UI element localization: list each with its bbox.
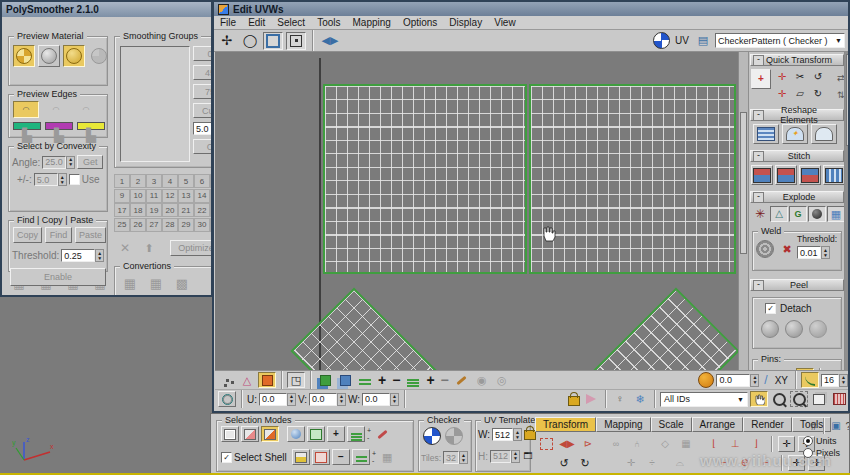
pan-tool-icon[interactable]: [750, 391, 768, 407]
straighten-icon[interactable]: [811, 124, 837, 144]
align-center-h-icon[interactable]: [726, 436, 744, 452]
preview-edges-soft-button[interactable]: [73, 101, 99, 118]
smoothing-group-number-button[interactable]: 5: [178, 174, 194, 188]
relax-by-face-icon[interactable]: [753, 124, 779, 144]
w-arrows[interactable]: ▲▼: [390, 393, 399, 406]
select-by-smoothing-icon[interactable]: [292, 449, 310, 465]
smoothing-group-number-button[interactable]: 22: [194, 203, 210, 217]
smoothing-group-number-button[interactable]: 17: [114, 203, 130, 217]
preview-edges-hard-button[interactable]: [43, 101, 69, 118]
weld-vertices-icon[interactable]: [607, 436, 625, 452]
preview-pie-material-button[interactable]: [88, 45, 110, 67]
subtract-from-selection-icon[interactable]: [332, 449, 350, 465]
shrink-loop-icon[interactable]: [352, 449, 370, 465]
select-concave-icon[interactable]: [79, 125, 103, 145]
stitch-to-target-icon[interactable]: [775, 165, 797, 185]
tab-mapping[interactable]: Mapping: [596, 417, 650, 432]
break-vertices-icon[interactable]: [628, 436, 646, 452]
zoom-extents-icon[interactable]: [810, 391, 828, 407]
uv-island-strip-right[interactable]: [520, 287, 738, 370]
qt-rotate-cw-icon[interactable]: [809, 86, 827, 102]
map-dropdown[interactable]: CheckerPattern ( Checker ) ▼: [715, 33, 845, 48]
smoothing-group-number-button[interactable]: 30: [194, 218, 210, 232]
peel-mode-icon[interactable]: [785, 320, 803, 338]
menu-options[interactable]: Options: [397, 17, 443, 28]
qt-rotate-ccw-icon[interactable]: [809, 69, 827, 85]
uv-canvas[interactable]: [215, 52, 738, 370]
edge-loop-icon[interactable]: [356, 372, 374, 388]
menu-display[interactable]: Display: [443, 17, 488, 28]
lock-selection-icon[interactable]: [568, 396, 580, 406]
detach-checkbox[interactable]: ✓: [765, 303, 776, 314]
qt-skew-icon[interactable]: [791, 86, 809, 102]
smoothing-group-number-button[interactable]: 19: [146, 203, 162, 217]
space-vertical-icon[interactable]: [622, 455, 640, 471]
smoothing-group-number-button[interactable]: 1: [114, 174, 130, 188]
convert-sg-to-material-icon[interactable]: [173, 275, 191, 291]
select-crossing-icon[interactable]: [241, 426, 259, 442]
tab-scale[interactable]: Scale: [651, 417, 692, 432]
loop-grow-button[interactable]: +: [424, 372, 436, 388]
collapse-icon[interactable]: -: [753, 151, 764, 162]
peel-rollout-header[interactable]: - Peel: [750, 279, 844, 291]
smoothing-group-number-button[interactable]: 12: [162, 189, 178, 203]
ps-threshold-spinner[interactable]: 0.25▲▼: [61, 249, 104, 262]
polygon-mode-icon[interactable]: [258, 372, 276, 388]
optimize-button[interactable]: Optimize: [170, 240, 213, 256]
align-left-icon[interactable]: [705, 436, 723, 452]
sg-reassign-icon[interactable]: [140, 240, 158, 256]
falloff-curve-icon[interactable]: [801, 372, 819, 388]
explode-by-face-icon[interactable]: [770, 206, 788, 222]
uv-island-strip-left[interactable]: [290, 287, 509, 370]
zoom-to-gizmo-icon[interactable]: [830, 391, 848, 407]
stitch-average-icon[interactable]: [823, 165, 845, 185]
enable-button[interactable]: Enable: [10, 268, 106, 286]
smoothing-group-number-button[interactable]: 13: [178, 189, 194, 203]
explode-by-material-icon[interactable]: [808, 206, 826, 222]
peel-quick-icon[interactable]: [761, 320, 779, 338]
tiles-arrows[interactable]: ▲▼: [459, 451, 468, 464]
qt-cut-icon[interactable]: [791, 69, 809, 85]
select-element-icon[interactable]: [287, 372, 305, 388]
ps-threshold-arrows[interactable]: ▲▼: [95, 249, 104, 262]
grid-snap-icon[interactable]: [677, 436, 695, 452]
shrink-uv-icon[interactable]: [336, 372, 354, 388]
smoothing-group-number-button[interactable]: 18: [130, 203, 146, 217]
stitch-to-source-icon[interactable]: [799, 165, 821, 185]
preview-gray-material-button[interactable]: [38, 45, 60, 67]
checker-off-icon[interactable]: [445, 427, 463, 445]
canvas-scrollbar-thumb[interactable]: [740, 112, 747, 254]
tolerance-spin-arrows[interactable]: ▲▼: [58, 173, 67, 186]
grow-uv-icon[interactable]: [316, 372, 334, 388]
template-h-arrows[interactable]: ▲▼: [511, 450, 520, 463]
weld-selected-icon[interactable]: [778, 241, 796, 257]
relax-until-flat-icon[interactable]: ✦: [782, 124, 808, 144]
sg-custom-angle-spinner[interactable]: 5.0: [193, 122, 213, 135]
collapse-icon[interactable]: -: [753, 280, 764, 291]
sg-preset-0-button[interactable]: 0: [193, 46, 213, 61]
collapse-icon[interactable]: -: [753, 55, 764, 66]
stitch-custom-icon[interactable]: [751, 165, 773, 185]
falloff-value-spinner[interactable]: 16▲▼: [821, 374, 848, 387]
sg-preset-75-button[interactable]: 75: [193, 84, 213, 99]
uv-island-right[interactable]: [529, 84, 736, 274]
smoothing-group-number-button[interactable]: 10: [130, 189, 146, 203]
mirror-tool-icon[interactable]: [319, 32, 341, 50]
preview-solid-material-button[interactable]: [63, 45, 85, 67]
smoothing-group-number-button[interactable]: 20: [162, 203, 178, 217]
checker-on-icon[interactable]: [423, 427, 441, 445]
show-map-icon[interactable]: [653, 32, 670, 49]
smoothing-group-number-button[interactable]: 11: [146, 189, 162, 203]
sg-clear-selection-icon[interactable]: [116, 240, 134, 256]
menu-view[interactable]: View: [488, 17, 522, 28]
get-button[interactable]: Get: [77, 155, 103, 169]
u-arrows[interactable]: ▲▼: [287, 393, 296, 406]
canvas-vertical-scrollbar[interactable]: [738, 52, 748, 370]
mirror-horizontal-icon[interactable]: [558, 436, 576, 452]
smoothing-group-number-button[interactable]: 9: [114, 189, 130, 203]
vertex-mode-icon[interactable]: [218, 372, 236, 388]
weld-target-icon[interactable]: [756, 240, 774, 258]
units-radio[interactable]: [803, 436, 813, 446]
edge-mode-icon[interactable]: [238, 372, 256, 388]
help-icon[interactable]: ?: [846, 421, 850, 432]
